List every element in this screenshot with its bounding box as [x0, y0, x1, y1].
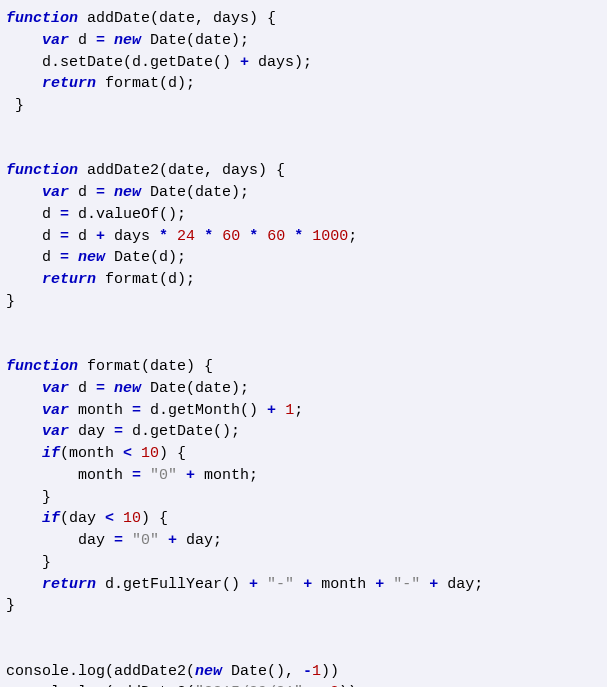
code-token — [384, 576, 393, 593]
code-token: Date(d); — [105, 249, 186, 266]
code-token: = — [96, 380, 105, 397]
code-token: month; — [195, 467, 258, 484]
code-line: var d = new Date(date); — [6, 182, 601, 204]
code-token: 1 — [312, 663, 321, 680]
code-token: ; — [294, 402, 303, 419]
code-token: = — [132, 402, 141, 419]
code-token — [258, 576, 267, 593]
code-token: "0" — [150, 467, 177, 484]
code-token: day — [6, 532, 114, 549]
code-token: * — [249, 228, 258, 245]
code-token: function — [6, 358, 78, 375]
code-token: + — [249, 576, 258, 593]
code-token — [6, 380, 42, 397]
code-token: = — [132, 467, 141, 484]
code-token: format(date) { — [78, 358, 213, 375]
code-token: addDate(date, days) { — [78, 10, 276, 27]
code-token — [276, 402, 285, 419]
code-line: if(day < 10) { — [6, 508, 601, 530]
code-token: d — [69, 184, 96, 201]
code-token: "0" — [132, 532, 159, 549]
code-token: return — [42, 271, 96, 288]
code-token: )) — [321, 663, 339, 680]
code-token: format(d); — [96, 75, 195, 92]
code-token: var — [42, 423, 69, 440]
code-token — [6, 184, 42, 201]
code-token: } — [6, 554, 51, 571]
code-token: day; — [438, 576, 483, 593]
code-line: if(month < 10) { — [6, 443, 601, 465]
code-line — [6, 639, 601, 661]
code-token: + — [96, 228, 105, 245]
code-token — [6, 75, 42, 92]
code-token: = — [60, 228, 69, 245]
code-token: function — [6, 10, 78, 27]
code-token: d.valueOf(); — [69, 206, 186, 223]
code-token: d — [6, 206, 60, 223]
code-token: var — [42, 402, 69, 419]
code-token — [177, 467, 186, 484]
code-token: var — [42, 184, 69, 201]
code-token: month — [312, 576, 375, 593]
code-token: new — [114, 380, 141, 397]
code-token: 10 — [141, 445, 159, 462]
code-token: ; — [348, 228, 357, 245]
code-token: < — [105, 510, 114, 527]
code-token: var — [42, 380, 69, 397]
code-token: format(d); — [96, 271, 195, 288]
code-token — [213, 228, 222, 245]
code-token: function — [6, 162, 78, 179]
code-token: new — [195, 663, 222, 680]
code-token: return — [42, 75, 96, 92]
code-token: new — [78, 249, 105, 266]
code-token: addDate2(date, days) { — [78, 162, 285, 179]
code-token: 1 — [285, 402, 294, 419]
code-line: } — [6, 291, 601, 313]
code-token: d — [6, 249, 60, 266]
code-token — [6, 423, 42, 440]
code-token: * — [294, 228, 303, 245]
code-line: return format(d); — [6, 73, 601, 95]
code-token: = — [60, 249, 69, 266]
code-token: + — [186, 467, 195, 484]
code-token: Date(date); — [141, 32, 249, 49]
code-line — [6, 313, 601, 335]
code-token: } — [6, 97, 24, 114]
code-token: d — [69, 380, 96, 397]
code-token: = — [60, 206, 69, 223]
code-token — [258, 228, 267, 245]
code-token — [420, 576, 429, 593]
code-token: } — [6, 597, 15, 614]
code-token: * — [159, 228, 168, 245]
code-token — [6, 510, 42, 527]
code-token: = — [96, 184, 105, 201]
code-line: } — [6, 595, 601, 617]
code-line: d = d + days * 24 * 60 * 60 * 1000; — [6, 226, 601, 248]
code-line: } — [6, 95, 601, 117]
code-token: days — [105, 228, 159, 245]
code-token: 60 — [222, 228, 240, 245]
code-token: new — [114, 32, 141, 49]
code-token — [303, 228, 312, 245]
code-line: var month = d.getMonth() + 1; — [6, 400, 601, 422]
code-line: month = "0" + month; — [6, 465, 601, 487]
code-token: < — [123, 445, 132, 462]
code-token — [195, 228, 204, 245]
code-token: new — [114, 184, 141, 201]
code-line: var d = new Date(date); — [6, 30, 601, 52]
code-token — [141, 467, 150, 484]
code-token — [240, 228, 249, 245]
code-token: "-" — [267, 576, 294, 593]
code-token: d.getFullYear() — [96, 576, 249, 593]
code-token: console.log(addDate2( — [6, 663, 195, 680]
code-token: var — [42, 32, 69, 49]
code-token: d — [69, 228, 96, 245]
code-token: day; — [177, 532, 222, 549]
code-token: = — [114, 532, 123, 549]
code-block: function addDate(date, days) { var d = n… — [0, 0, 607, 687]
code-token: * — [204, 228, 213, 245]
code-token: days); — [249, 54, 312, 71]
code-token — [114, 510, 123, 527]
code-token — [159, 532, 168, 549]
code-token: ) { — [141, 510, 168, 527]
